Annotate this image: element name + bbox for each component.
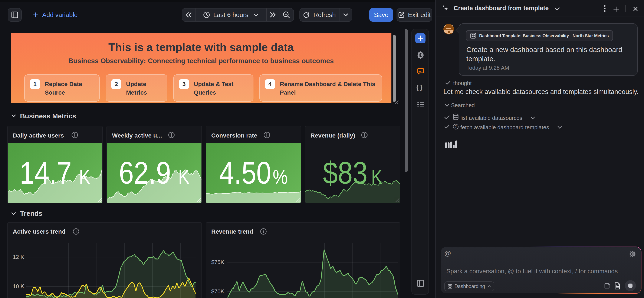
svg-text:?: ? [455,125,457,128]
